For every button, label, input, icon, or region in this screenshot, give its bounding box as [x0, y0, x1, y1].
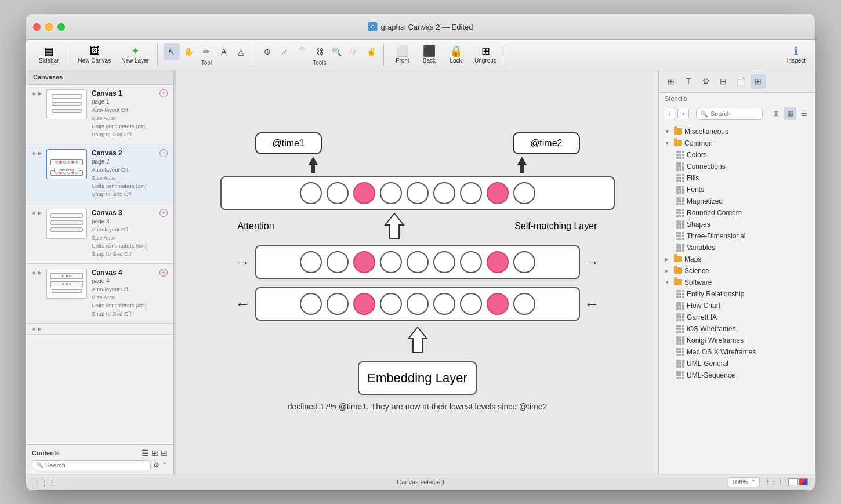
tree-item-uml-general[interactable]: UML-General	[659, 358, 815, 369]
canvas-add-btn-4[interactable]: +	[160, 269, 168, 277]
tree-item-uml-sequence[interactable]: UML-Sequence	[659, 369, 815, 381]
scroll-tool[interactable]: ✌	[364, 43, 380, 60]
tree-item-magnetized[interactable]: Magnetized	[659, 195, 815, 207]
tool-label: Tool	[201, 60, 212, 66]
tree-item-software[interactable]: ▼ Software	[659, 277, 815, 288]
curve-tool[interactable]: ⌒	[294, 43, 310, 60]
canvas-add-btn-2[interactable]: +	[160, 149, 168, 157]
lock-button[interactable]: 🔒 Lock	[443, 43, 469, 66]
grid-view-icon[interactable]: ⊞	[151, 448, 158, 458]
tree-item-ios-wireframes[interactable]: iOS Wireframes	[659, 323, 815, 335]
layer-icon-1: ◈	[32, 90, 36, 96]
shape-tool[interactable]: △	[233, 43, 249, 60]
connect-tool[interactable]: ⊕	[259, 43, 276, 60]
back-button[interactable]: ⬛ Back	[416, 43, 442, 66]
tree-item-garrett-ia[interactable]: Garrett IA	[659, 311, 815, 323]
link-tool[interactable]: ⛓	[311, 43, 328, 60]
tree-item-shapes[interactable]: Shapes	[659, 219, 815, 230]
stencil-grid-view[interactable]: ▦	[784, 107, 796, 120]
canvas-add-btn-3[interactable]: +	[160, 209, 168, 217]
ungroup-icon: ⊞	[481, 46, 490, 56]
status-handle[interactable]: ⋮⋮⋮	[33, 478, 56, 487]
tree-item-fonts[interactable]: Fonts	[659, 184, 815, 195]
tree-item-colors[interactable]: Colors	[659, 149, 815, 161]
panel-stencil-btn[interactable]: ⊞	[751, 74, 766, 89]
front-button[interactable]: ⬜ Front	[390, 43, 415, 66]
new-canvas-button[interactable]: 🖼 New Canvas	[73, 43, 115, 66]
close-button[interactable]	[33, 23, 41, 31]
thumb-content-2: Embedding	[49, 151, 84, 177]
tree-item-rounded-corners[interactable]: Rounded Corners	[659, 207, 815, 219]
grid-icon-ios	[676, 325, 684, 333]
canvas-item-4[interactable]: ◈ ▶	[26, 264, 173, 324]
chevron-icon-science: ▶	[665, 268, 672, 274]
tree-item-common[interactable]: ▼ Common	[659, 137, 815, 149]
settings-icon[interactable]: ⚙	[153, 461, 160, 469]
stencil-search-input[interactable]	[710, 110, 759, 117]
stencil-list-view[interactable]: ☰	[798, 107, 810, 120]
contents-search-input[interactable]	[45, 462, 147, 469]
attention-row	[220, 174, 615, 212]
grid-icon-flow	[676, 302, 684, 310]
inspect-button[interactable]: ℹ Inspect	[782, 43, 810, 66]
panel-text-btn[interactable]: T	[681, 74, 696, 89]
chevron-icon-common: ▼	[665, 140, 672, 146]
nav-next[interactable]: ›	[677, 108, 689, 119]
panel-doc-btn[interactable]: 📄	[733, 74, 748, 89]
tree-view-icon[interactable]: ⊟	[161, 448, 168, 458]
canvas-add-btn-1[interactable]: +	[160, 89, 168, 97]
select-tool[interactable]: ↖	[164, 43, 180, 60]
zoom-control[interactable]: 108% ⌃	[728, 477, 760, 487]
new-layer-button[interactable]: ✦ New Layer	[117, 43, 154, 66]
hand-tool[interactable]: ✋	[181, 43, 197, 60]
toolbar-arrange-group: ⬜ Front ⬛ Back 🔒 Lock ⊞ Ungroup	[386, 43, 505, 66]
tree-item-miscellaneous[interactable]: ▼ Miscellaneous	[659, 126, 815, 137]
panel-grid-btn[interactable]: ⊞	[664, 74, 679, 89]
tree-item-fills[interactable]: Fills	[659, 172, 815, 184]
canvas-item-2[interactable]: ◈ ▶	[26, 144, 173, 204]
tree-label-garrett: Garrett IA	[687, 313, 717, 321]
window-title-area: G graphs: Canvas 2 — Edited	[368, 22, 473, 31]
embedding-layer-label: Embedding Layer	[367, 371, 467, 385]
circle-a2	[327, 182, 349, 204]
tree-item-entity-relationship[interactable]: Entity Relationship	[659, 288, 815, 300]
ungroup-button[interactable]: ⊞ Ungroup	[470, 43, 501, 66]
tree-item-three-dimensional[interactable]: Three-Dimensional	[659, 230, 815, 242]
attention-label: Attention	[238, 221, 274, 231]
fullscreen-button[interactable]	[57, 23, 65, 31]
layer-icon-4: ◈	[32, 270, 36, 275]
tree-item-macosx[interactable]: Mac OS X Wireframes	[659, 346, 815, 358]
tree-item-science[interactable]: ▶ Science	[659, 265, 815, 277]
pan-tool[interactable]: ☞	[346, 43, 362, 60]
minimize-button[interactable]	[45, 23, 53, 31]
tree-item-variables[interactable]: Variables	[659, 242, 815, 253]
tree-label-fills: Fills	[687, 174, 699, 182]
main-window: G graphs: Canvas 2 — Edited ▤ Sidebar 🖼 …	[26, 14, 815, 490]
expand-icon[interactable]: ⌃	[162, 461, 168, 469]
layer-arrow-4: ▶	[38, 270, 42, 275]
pen-tool[interactable]: ✏	[198, 43, 215, 60]
tree-item-konigi[interactable]: Konigi Wireframes	[659, 335, 815, 346]
panel-layout-btn[interactable]: ⊟	[716, 74, 731, 89]
thumb-content-3	[49, 211, 84, 237]
line-tool[interactable]: ⟋	[277, 43, 293, 60]
canvas-area[interactable]: @time1 @time2	[176, 70, 658, 474]
folder-icon-common	[674, 140, 682, 146]
contents-search-row: 🔍 ⚙ ⌃	[32, 460, 168, 470]
panel-gear-btn[interactable]: ⚙	[698, 74, 713, 89]
list-view-icon[interactable]: ☰	[142, 448, 149, 458]
canvas-item-3[interactable]: ◈ ▶ Canvas 3 page 3 Au	[26, 204, 173, 264]
text-tool[interactable]: A	[216, 43, 232, 60]
tree-item-flow-chart[interactable]: Flow Chart	[659, 300, 815, 311]
stencil-thumb-view[interactable]: ⊞	[770, 107, 782, 120]
tree-item-connections[interactable]: Connections	[659, 161, 815, 172]
tree-item-maps[interactable]: ▶ Maps	[659, 253, 815, 265]
circle-b8-pink	[487, 293, 509, 315]
sidebar-button[interactable]: ▤ Sidebar	[34, 43, 63, 66]
toolbar-tools-group: ⊕ ⟋ ⌒ ⛓ 🔍 ☞ ✌ Tools	[256, 43, 384, 66]
circle-a3-pink	[353, 182, 375, 204]
canvas-item-1[interactable]: ◈ ▶ Canvas 1 page 1 Au	[26, 85, 173, 144]
nav-prev[interactable]: ‹	[664, 108, 675, 119]
grid-icon-rounded	[676, 209, 684, 217]
zoom-tool[interactable]: 🔍	[329, 43, 345, 60]
